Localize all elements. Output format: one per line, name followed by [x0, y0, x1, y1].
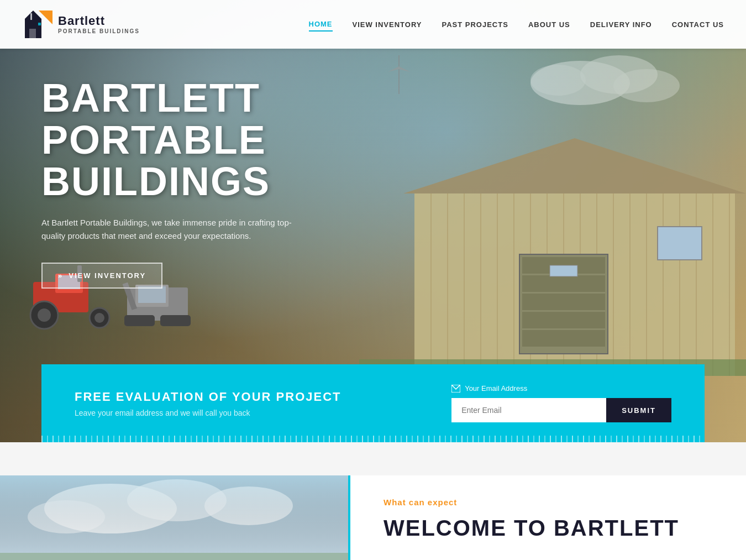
logo-icon — [22, 8, 52, 41]
nav-home[interactable]: HOME — [309, 18, 333, 32]
hero-content: BARTLETT PORTABLE BUILDINGS At Bartlett … — [41, 77, 401, 289]
email-icon — [451, 385, 460, 392]
email-submit-button[interactable]: SUBMIT — [606, 398, 671, 422]
below-hero-section: What can expect WELCOME TO BARTLETT — [0, 442, 746, 560]
below-hero-text: What can expect WELCOME TO BARTLETT — [348, 475, 746, 560]
hero-cta-button[interactable]: » VIEW INVENTORY — [41, 263, 162, 289]
site-header: Bartlett PORTABLE BUILDINGS HOME VIEW IN… — [0, 0, 746, 49]
cta-label: VIEW INVENTORY — [69, 271, 146, 280]
logo: Bartlett PORTABLE BUILDINGS — [22, 8, 140, 41]
nav-view-inventory[interactable]: VIEW INVENTORY — [353, 18, 422, 31]
email-input-row: SUBMIT — [451, 398, 671, 422]
svg-rect-4 — [29, 29, 36, 38]
svg-rect-54 — [160, 315, 191, 326]
svg-rect-63 — [0, 475, 348, 553]
email-right-content: Your Email Address SUBMIT — [451, 384, 671, 422]
svg-rect-38 — [522, 330, 605, 347]
svg-point-48 — [94, 313, 104, 323]
hero-section: BARTLETT PORTABLE BUILDINGS At Bartlett … — [0, 0, 746, 442]
cta-icon: » — [58, 271, 63, 280]
svg-rect-52 — [138, 286, 166, 303]
email-section-subtext: Leave your email address and we will cal… — [75, 409, 341, 417]
svg-rect-58 — [0, 553, 348, 560]
email-label: Your Email Address — [451, 384, 527, 392]
nav-contact-us[interactable]: CONTACT US — [672, 18, 724, 31]
ruler-decoration — [41, 436, 705, 442]
svg-point-9 — [530, 65, 586, 96]
svg-rect-37 — [522, 312, 605, 328]
svg-rect-3 — [30, 13, 32, 20]
hero-building-svg — [359, 127, 746, 376]
email-input[interactable] — [451, 398, 606, 422]
hero-description: At Bartlett Portable Buildings, we take … — [41, 216, 307, 243]
svg-point-8 — [613, 69, 680, 102]
svg-rect-39 — [550, 265, 577, 276]
svg-point-46 — [38, 308, 51, 322]
cloud-decoration — [525, 50, 691, 116]
nav-past-projects[interactable]: PAST PROJECTS — [442, 18, 508, 31]
main-nav: HOME VIEW INVENTORY PAST PROJECTS ABOUT … — [309, 18, 724, 32]
hero-title: BARTLETT PORTABLE BUILDINGS — [41, 77, 401, 203]
nav-about-us[interactable]: ABOUT US — [528, 18, 570, 31]
email-section: FREE EVALUATION OF YOUR PROJECT Leave yo… — [41, 364, 705, 442]
below-hero-image — [0, 475, 348, 560]
svg-rect-53 — [124, 315, 155, 326]
svg-rect-35 — [522, 275, 605, 292]
svg-rect-40 — [658, 227, 702, 260]
logo-company-sub: PORTABLE BUILDINGS — [58, 28, 140, 34]
email-section-heading: FREE EVALUATION OF YOUR PROJECT — [75, 390, 341, 404]
email-left-content: FREE EVALUATION OF YOUR PROJECT Leave yo… — [75, 390, 341, 417]
welcome-title: WELCOME TO BARTLETT — [383, 516, 713, 541]
svg-rect-5 — [38, 23, 41, 25]
svg-rect-36 — [522, 294, 605, 310]
svg-marker-13 — [403, 138, 746, 193]
logo-company-name: Bartlett — [58, 14, 140, 28]
below-image-svg — [0, 475, 348, 560]
svg-marker-1 — [25, 11, 41, 19]
what-can-expect-label: What can expect — [383, 498, 713, 507]
nav-delivery-info[interactable]: DELIVERY INFO — [590, 18, 652, 31]
